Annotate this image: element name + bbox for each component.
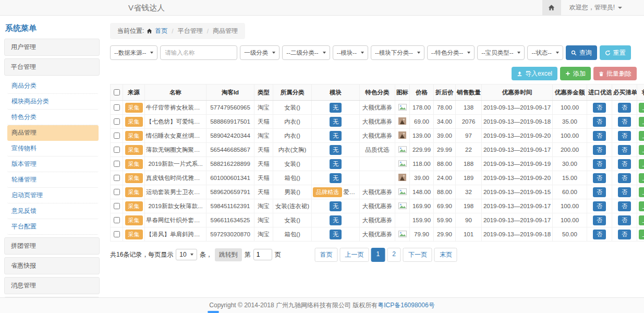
status-button[interactable]: 上架 xyxy=(639,173,644,183)
status-button[interactable]: 上架 xyxy=(639,187,644,197)
import-select-toggle[interactable]: 否 xyxy=(593,201,606,211)
source-badge: 采集 xyxy=(125,103,143,113)
sales-quantity: 32 xyxy=(456,185,482,199)
filter-select[interactable]: --模块-- xyxy=(333,45,368,60)
coupon-amount: 200.00 xyxy=(553,143,587,157)
row-checkbox[interactable] xyxy=(114,104,120,111)
page-button[interactable]: 末页 xyxy=(434,248,457,262)
filter-select[interactable]: --二级分类-- xyxy=(282,45,330,60)
must-buy-toggle[interactable]: 否 xyxy=(618,159,631,169)
batch-delete-button[interactable]: 批量删除 xyxy=(593,67,637,80)
row-checkbox[interactable] xyxy=(114,217,120,223)
status-button[interactable]: 上架 xyxy=(639,230,644,239)
filter-select[interactable]: --特色分类-- xyxy=(427,45,475,60)
name-search-input[interactable] xyxy=(160,45,237,60)
status-button[interactable]: 上架 xyxy=(639,103,644,113)
must-buy-toggle[interactable]: 否 xyxy=(618,117,631,127)
row-checkbox[interactable] xyxy=(114,133,120,139)
import-select-toggle[interactable]: 否 xyxy=(593,103,606,113)
import-select-toggle[interactable]: 否 xyxy=(593,117,606,127)
filter-select[interactable]: --宝贝类型-- xyxy=(477,45,525,60)
filter-select[interactable]: --模块下分类-- xyxy=(371,45,424,60)
coupon-amount: 60.00 xyxy=(553,185,587,199)
row-checkbox[interactable] xyxy=(114,161,120,167)
per-page-select[interactable]: 10 xyxy=(176,249,197,260)
must-buy-cell: 否 xyxy=(612,143,637,157)
row-checkbox[interactable] xyxy=(114,118,120,125)
status-button[interactable]: 上架 xyxy=(639,159,644,169)
add-button[interactable]: 添加 xyxy=(560,67,591,80)
import-select-toggle[interactable]: 否 xyxy=(593,187,606,197)
sidebar-item[interactable]: 启动页管理 xyxy=(7,188,99,203)
filter-select[interactable]: --状态-- xyxy=(527,45,563,60)
sidebar-section[interactable]: 拼团管理 xyxy=(4,237,100,255)
sidebar-item[interactable]: 商品管理 xyxy=(7,125,99,141)
import-select-toggle[interactable]: 否 xyxy=(593,215,606,225)
page-button[interactable]: 2 xyxy=(387,248,401,262)
import-select-toggle[interactable]: 否 xyxy=(593,159,606,169)
import-select-toggle[interactable]: 否 xyxy=(593,230,606,239)
feature-category: 品质优选 xyxy=(360,143,395,157)
sidebar-section[interactable]: 消息管理 xyxy=(4,277,100,294)
row-checkbox[interactable] xyxy=(114,175,120,181)
filter-select[interactable]: --数据来源-- xyxy=(110,45,157,60)
row-checkbox[interactable] xyxy=(114,231,120,237)
sidebar-item[interactable]: 模块商品分类 xyxy=(7,94,99,110)
filter-select[interactable]: 一级分类 xyxy=(240,45,280,60)
must-buy-toggle[interactable]: 否 xyxy=(618,215,631,225)
must-buy-toggle[interactable]: 否 xyxy=(618,201,631,211)
reset-button[interactable]: 重置 xyxy=(600,45,631,60)
import-select-toggle[interactable]: 否 xyxy=(593,131,606,141)
row-checkbox[interactable] xyxy=(114,147,120,153)
taoke-id: 588216228899 xyxy=(206,157,254,171)
status-button[interactable]: 上架 xyxy=(639,145,644,155)
sidebar-section[interactable]: 省惠快报 xyxy=(4,257,100,274)
sidebar-item[interactable]: 特色分类 xyxy=(7,110,99,125)
sidebar-item[interactable]: 宣传物料 xyxy=(7,141,99,156)
home-nav-button[interactable] xyxy=(542,0,561,15)
sidebar-item[interactable]: 意见反馈 xyxy=(7,203,99,219)
sidebar-item[interactable]: 商品分类 xyxy=(7,78,99,94)
must-buy-toggle[interactable]: 否 xyxy=(618,103,631,113)
row-checkbox[interactable] xyxy=(114,203,120,209)
page-button[interactable]: 首页 xyxy=(315,248,338,262)
page-number-input[interactable] xyxy=(253,249,272,260)
sidebar-item[interactable]: 轮播管理 xyxy=(7,172,99,188)
must-buy-toggle[interactable]: 否 xyxy=(618,131,631,141)
table-header-row: 来源名称淘客Id类型所属分类模块特色分类图标价格折后价销售数量优惠券时间优惠券金… xyxy=(111,85,644,101)
sidebar-section[interactable]: 用户管理 xyxy=(4,39,100,56)
search-button[interactable]: 查询 xyxy=(566,45,597,60)
icp-link[interactable]: 粤ICP备16098006号 xyxy=(378,301,434,310)
must-buy-toggle[interactable]: 否 xyxy=(618,230,631,239)
must-buy-toggle[interactable]: 否 xyxy=(618,145,631,155)
must-buy-toggle[interactable]: 否 xyxy=(618,187,631,197)
user-menu[interactable]: 欢迎您，管理员! xyxy=(561,3,644,12)
status-button[interactable]: 上架 xyxy=(639,201,644,211)
feature-category: 大额优惠券 xyxy=(360,129,395,143)
source-cell: 采集 xyxy=(123,101,145,115)
price: 229.99 xyxy=(410,143,434,157)
page-button[interactable]: 上一页 xyxy=(340,248,369,262)
page-button[interactable]: 下一页 xyxy=(403,248,432,262)
sidebar-item[interactable]: 版本管理 xyxy=(7,156,99,172)
must-buy-toggle[interactable]: 否 xyxy=(618,173,631,183)
status-button[interactable]: 上架 xyxy=(639,131,644,141)
taoke-id: 588869917501 xyxy=(206,115,254,129)
row-checkbox[interactable] xyxy=(114,189,120,195)
product-name: 真皮钱包时尚优雅女士... xyxy=(145,171,206,185)
sidebar-section[interactable]: 平台管理 xyxy=(4,58,100,76)
page-button[interactable]: 1 xyxy=(371,248,385,262)
status-button[interactable]: 上架 xyxy=(639,215,644,225)
status-button[interactable]: 上架 xyxy=(639,117,644,127)
module-cell: 无 xyxy=(312,157,360,171)
import-select-toggle[interactable]: 否 xyxy=(593,145,606,155)
horizontal-scrollbar-thumb[interactable] xyxy=(208,311,219,313)
import-select-toggle[interactable]: 否 xyxy=(593,173,606,183)
breadcrumb: 当前位置: 首页 平台管理 商品管理 xyxy=(110,23,245,39)
select-all-checkbox[interactable] xyxy=(114,89,120,95)
jump-to-button[interactable]: 跳转到 xyxy=(215,248,242,261)
column-header: 来源 xyxy=(123,85,145,101)
breadcrumb-home-link[interactable]: 首页 xyxy=(155,27,167,35)
sidebar-item[interactable]: 平台配置 xyxy=(7,219,99,235)
import-excel-button[interactable]: 导入excel xyxy=(512,67,557,80)
